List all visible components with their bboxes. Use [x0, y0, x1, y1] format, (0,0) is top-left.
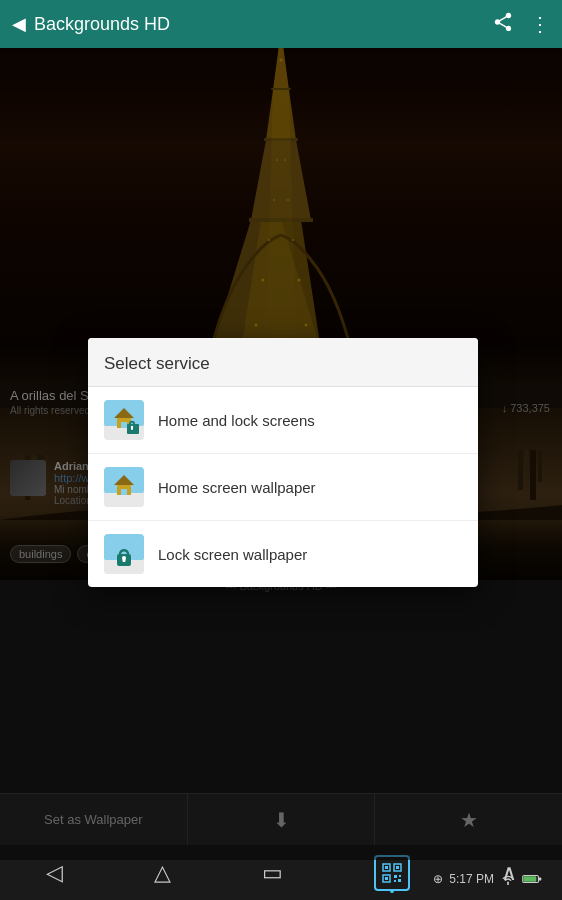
- nav-back-button[interactable]: ◁: [46, 860, 63, 886]
- app-bar: ◀ Backgrounds HD ⋮: [0, 0, 562, 48]
- nav-active-indicator: [390, 889, 394, 893]
- svg-rect-45: [398, 879, 401, 882]
- more-options-icon[interactable]: ⋮: [530, 12, 550, 36]
- nav-recents-button[interactable]: ▭: [262, 860, 283, 886]
- home-lock-icon: [104, 400, 144, 440]
- svg-point-23: [131, 426, 133, 428]
- svg-rect-43: [399, 875, 401, 877]
- alarm-icon: ⊕: [433, 872, 443, 886]
- dialog-item-home-lock-label: Home and lock screens: [158, 412, 315, 429]
- dialog-item-lock-label: Lock screen wallpaper: [158, 546, 307, 563]
- dialog-item-home[interactable]: Home screen wallpaper: [88, 454, 478, 521]
- select-service-dialog: Select service Home and lock screens: [88, 338, 478, 587]
- share-icon[interactable]: [492, 11, 514, 38]
- svg-point-35: [122, 556, 126, 560]
- status-time: 5:17 PM: [449, 872, 494, 886]
- svg-rect-41: [385, 877, 388, 880]
- dialog-title: Select service: [88, 338, 478, 387]
- status-bar: ⊕ 5:17 PM: [433, 872, 542, 886]
- home-icon: [104, 467, 144, 507]
- svg-rect-39: [396, 866, 399, 869]
- svg-rect-44: [394, 880, 396, 882]
- svg-rect-20: [121, 422, 127, 428]
- lock-icon: [104, 534, 144, 574]
- svg-rect-26: [104, 493, 144, 507]
- svg-rect-29: [121, 489, 127, 495]
- app-title: Backgrounds HD: [34, 14, 492, 35]
- wifi-icon: [500, 873, 516, 885]
- nav-home-button[interactable]: △: [154, 860, 171, 886]
- svg-rect-42: [394, 875, 397, 878]
- dialog-item-lock[interactable]: Lock screen wallpaper: [88, 521, 478, 587]
- svg-rect-37: [385, 866, 388, 869]
- svg-rect-47: [538, 878, 541, 881]
- dialog-item-home-label: Home screen wallpaper: [158, 479, 316, 496]
- back-button[interactable]: ◀: [12, 13, 26, 35]
- dialog-item-home-lock[interactable]: Home and lock screens: [88, 387, 478, 454]
- battery-icon: [522, 873, 542, 885]
- svg-rect-48: [523, 876, 536, 882]
- app-bar-actions: ⋮: [492, 11, 550, 38]
